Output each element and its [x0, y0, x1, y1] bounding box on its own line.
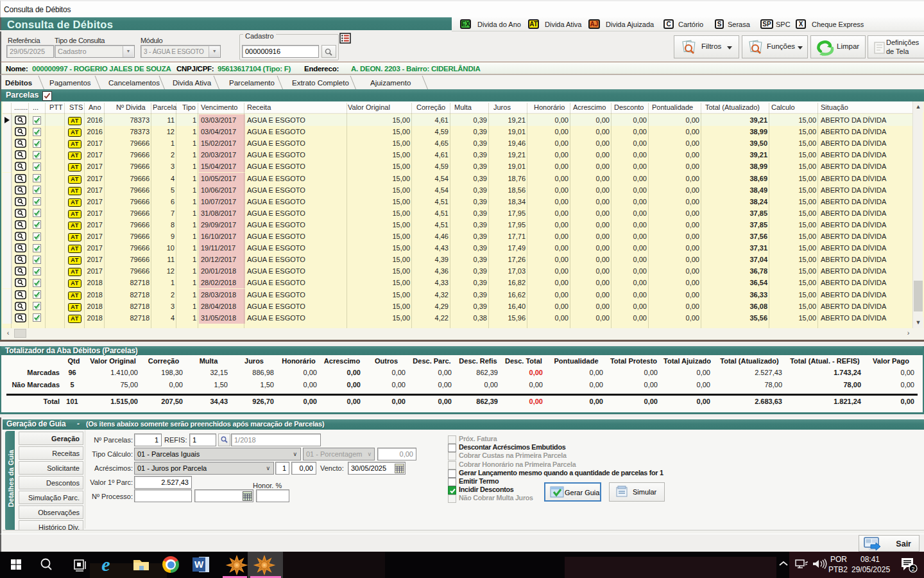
svg-text:2: 2	[911, 566, 914, 572]
